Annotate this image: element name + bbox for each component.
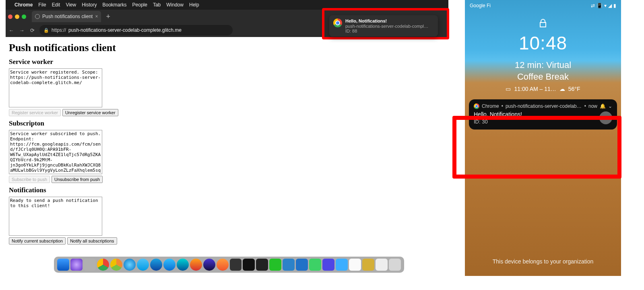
dock-finder-icon[interactable] — [57, 259, 69, 271]
dock-edge-dev-icon[interactable] — [177, 259, 189, 271]
mac-notif-body: Hello, Notifications! push-notifications… — [345, 19, 430, 33]
menu-bookmarks[interactable]: Bookmarks — [103, 2, 127, 8]
dock-chromium-icon[interactable] — [124, 259, 136, 271]
notif-source: push-notifications-server-codelab-co… — [506, 103, 582, 109]
globe-icon — [35, 14, 40, 19]
sub-status-textarea[interactable]: Service worker subscribed to push. Endpo… — [9, 130, 102, 174]
vibrate-icon: 📳 — [597, 3, 603, 8]
notif-time: now — [588, 103, 597, 109]
page-content: Push notifications client Service worker… — [6, 37, 448, 274]
menu-tab[interactable]: Tab — [153, 2, 161, 8]
dock-siri-icon[interactable] — [70, 259, 83, 271]
android-notif-header: Chrome • push-notifications-server-codel… — [474, 103, 612, 109]
cloud-icon: ☁ — [559, 86, 565, 92]
calendar-icon: ▭ — [506, 86, 511, 92]
phone-status-bar: Google Fi ⇄ 📳 ▾ ◢ ▮ — [465, 0, 621, 11]
sw-heading: Service worker — [9, 58, 445, 66]
wifi-icon: ▾ — [604, 3, 607, 8]
dock-safari-tp-icon[interactable] — [150, 259, 162, 271]
dock-downloads-icon[interactable] — [376, 259, 388, 271]
dock-vscode-icon[interactable] — [283, 259, 295, 271]
dock-brave-icon[interactable] — [217, 259, 229, 271]
new-tab-button[interactable]: + — [103, 12, 113, 21]
desktop-screenshot: Chrome File Edit View History Bookmarks … — [6, 0, 448, 274]
bell-icon: 🔔 — [600, 103, 606, 109]
menu-edit[interactable]: Edit — [52, 2, 60, 8]
dock-camtasia-icon[interactable] — [269, 259, 281, 271]
dock-app2-icon[interactable] — [296, 259, 308, 271]
calendar-event: 12 min: Virtual Coffee Break — [465, 60, 621, 82]
dock-chrome-icon[interactable] — [97, 259, 109, 271]
dock-launchpad-icon[interactable] — [84, 259, 96, 271]
nav-back-icon[interactable]: ← — [8, 27, 14, 33]
unsubscribe-button[interactable]: Unsubscribe from push — [52, 176, 103, 183]
nav-reload-icon[interactable]: ⟳ — [29, 27, 35, 33]
notif-status-textarea[interactable]: Ready to send a push notification to thi… — [9, 197, 102, 236]
register-sw-button: Register service worker — [9, 109, 61, 116]
lockscreen-clock: 10:48 — [465, 32, 621, 54]
lock-icon — [538, 19, 548, 28]
browser-tab[interactable]: Push notifications client × — [32, 11, 101, 22]
dock-iterm-icon[interactable] — [256, 259, 268, 271]
dock-firefox-icon[interactable] — [190, 259, 202, 271]
org-ownership-text: This device belongs to your organization — [465, 258, 621, 265]
url-scheme: https:// — [52, 27, 66, 33]
dock-textedit-icon[interactable] — [349, 259, 361, 271]
dock-app3-icon[interactable] — [336, 259, 348, 271]
notif-heading: Notifications — [9, 186, 445, 194]
dock-edge-icon[interactable] — [163, 259, 175, 271]
notify-all-button[interactable]: Notify all subscriptions — [67, 237, 117, 245]
url-host: push-notifications-server-codelab-comple… — [68, 27, 182, 33]
event-line2: Coffee Break — [517, 72, 569, 82]
signal-icon: ◢ — [608, 3, 612, 8]
dock-sysprefs-icon[interactable] — [230, 259, 242, 271]
menu-help[interactable]: Help — [189, 2, 199, 8]
nav-forward-icon[interactable]: → — [19, 27, 25, 33]
mac-notif-title: Hello, Notifications! — [345, 19, 430, 23]
sw-status-textarea[interactable]: Service worker registered. Scope: https:… — [9, 68, 102, 107]
dock-notes-icon[interactable] — [362, 259, 374, 271]
menu-people[interactable]: People — [132, 2, 147, 8]
window-close-icon[interactable] — [8, 14, 12, 19]
chevron-down-icon[interactable]: ⌄ — [608, 103, 612, 109]
menu-file[interactable]: File — [38, 2, 46, 8]
dock-messages-icon[interactable] — [309, 259, 321, 271]
menubar-app[interactable]: Chrome — [14, 2, 33, 8]
link-icon: ⇄ — [591, 3, 595, 8]
window-min-icon[interactable] — [15, 14, 19, 19]
highlight-box-phone — [452, 116, 621, 179]
menu-history[interactable]: History — [82, 2, 97, 8]
chrome-icon — [474, 103, 479, 109]
menu-view[interactable]: View — [66, 2, 76, 8]
lock-icon: 🔒 — [43, 28, 49, 33]
window-controls — [8, 14, 26, 19]
dock-firefox-dev-icon[interactable] — [203, 259, 215, 271]
sub-heading: Subscripton — [9, 119, 445, 128]
chrome-icon — [333, 19, 342, 27]
unregister-sw-button[interactable]: Unregister service worker — [62, 109, 118, 116]
event-time: 11:00 AM – 11… — [514, 86, 556, 92]
notif-app-name: Chrome — [482, 103, 499, 109]
dock-chrome-canary-icon[interactable] — [110, 259, 122, 271]
lockscreen-meta: ▭ 11:00 AM – 11… ☁ 56°F — [465, 86, 621, 92]
mac-dock — [54, 257, 404, 273]
dock-keybase-icon[interactable] — [322, 259, 334, 271]
temp-label: 56°F — [568, 86, 580, 92]
carrier-label: Google Fi — [470, 3, 491, 8]
battery-icon: ▮ — [613, 3, 616, 8]
dock-trash-icon[interactable] — [389, 259, 401, 271]
menu-window[interactable]: Window — [166, 2, 184, 8]
event-line1: 12 min: Virtual — [515, 60, 571, 70]
status-icons: ⇄ 📳 ▾ ◢ ▮ — [591, 3, 616, 8]
window-max-icon[interactable] — [22, 14, 26, 19]
notify-current-button[interactable]: Notify current subscription — [9, 237, 66, 245]
address-bar[interactable]: 🔒 https://push-notifications-server-code… — [39, 25, 233, 35]
page-title: Push notifications client — [9, 42, 445, 54]
tab-title: Push notifications client — [42, 14, 93, 19]
dock-safari-icon[interactable] — [137, 259, 149, 271]
mac-notif-source: push-notifications-server-codelab-comple… — [345, 24, 430, 29]
dock-terminal-icon[interactable] — [243, 259, 255, 271]
subscribe-button: Subscribe to push — [9, 176, 50, 183]
tab-close-icon[interactable]: × — [95, 14, 98, 19]
mac-notification[interactable]: Hello, Notifications! push-notifications… — [329, 15, 438, 37]
